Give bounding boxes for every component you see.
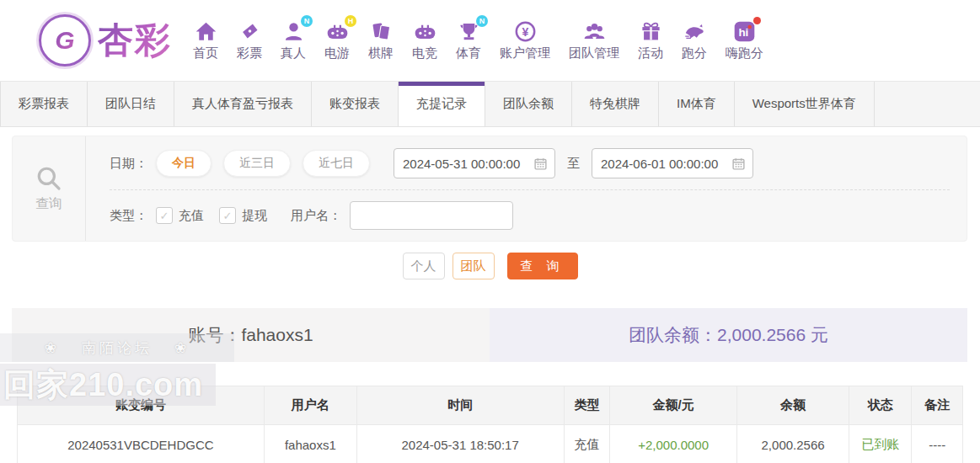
filter-row-divider (110, 189, 950, 190)
tab-0[interactable]: 彩票报表 (0, 82, 88, 126)
type-label: 类型： (110, 208, 147, 224)
brand-logo-icon: G (39, 14, 91, 67)
tab-3[interactable]: 账变报表 (312, 82, 399, 126)
nav-item-home[interactable]: 首页 (184, 16, 228, 65)
checkbox-label: 提现 (242, 208, 267, 224)
nav-item-person[interactable]: N 真人 (271, 16, 315, 65)
date-filter-row: 日期： 今日近三日近七日 2024-05-31 00:00:00 至 2024-… (110, 146, 950, 180)
tab-1[interactable]: 团队日结 (88, 82, 174, 126)
nav-item-people[interactable]: 团队管理 (560, 16, 629, 65)
nav-item-label: 棋牌 (368, 45, 394, 61)
nav-item-gamepad[interactable]: 电竞 (403, 16, 447, 65)
nav-item-hi[interactable]: 嗨跑分 (716, 16, 773, 65)
person-icon: N (281, 19, 306, 43)
type-checkbox-0[interactable]: ✓ 充值 (156, 207, 204, 224)
page: G 杏彩 首页 彩票 N 真人 H 电游 棋牌 电竞 N 体育 账户管理 团队管… (0, 0, 980, 463)
type-checkbox-1[interactable]: ✓ 提现 (219, 207, 267, 224)
date-to-input[interactable]: 2024-06-01 00:00:00 (592, 148, 753, 178)
checkbox-icon: ✓ (219, 207, 236, 224)
table-cell: 充值 (564, 425, 610, 463)
nav-item-cards[interactable]: 棋牌 (359, 16, 403, 65)
filter-panel: 查询 日期： 今日近三日近七日 2024-05-31 00:00:00 至 20… (12, 136, 967, 242)
main-nav: 首页 彩票 N 真人 H 电游 棋牌 电竞 N 体育 账户管理 团队管理 活动 … (184, 16, 773, 65)
brand-logo[interactable]: G 杏彩 (39, 14, 172, 67)
nav-item-label: 团队管理 (569, 45, 619, 61)
nav-item-gift[interactable]: 活动 (629, 16, 672, 65)
search-icon (35, 165, 62, 192)
coin-icon (512, 19, 538, 43)
nav-item-label: 嗨跑分 (726, 45, 763, 61)
username-input[interactable] (350, 201, 513, 230)
table-cell: ---- (912, 425, 963, 463)
nav-item-trophy[interactable]: N 体育 (447, 16, 490, 65)
column-header: 类型 (564, 386, 610, 425)
column-header: 余额 (736, 386, 849, 425)
table-header-row: 账变编号用户名时间类型金额/元余额状态备注 (18, 386, 963, 425)
tab-2[interactable]: 真人体育盈亏报表 (174, 82, 312, 126)
type-options: ✓ 充值✓ 提现 (156, 207, 282, 224)
summary-strip: 账号：fahaoxs1 团队余额：2,000.2566 元 (12, 308, 967, 362)
search-panel-label: 查询 (35, 195, 62, 213)
nav-item-coin[interactable]: 账户管理 (490, 16, 560, 65)
badge-N: N (476, 15, 488, 27)
username-label: 用户名： (291, 208, 341, 224)
nav-item-label: 真人 (281, 45, 306, 61)
date-from-value: 2024-05-31 00:00:00 (403, 157, 520, 171)
team-balance-summary: 团队余额：2,000.2566 元 (490, 308, 967, 362)
tab-5[interactable]: 团队余额 (485, 82, 572, 126)
nav-item-gamepad[interactable]: H 电游 (315, 16, 359, 65)
records-table: 账变编号用户名时间类型金额/元余额状态备注 20240531VBCDEHDGCC… (17, 386, 963, 463)
table-cell: 已到账 (849, 425, 912, 463)
gift-icon (638, 19, 663, 43)
checkbox-label: 充值 (179, 208, 204, 224)
gamepad-icon: H (324, 19, 350, 43)
trophy-icon: N (456, 19, 481, 43)
nav-item-runner[interactable]: 跑分 (672, 16, 716, 65)
badge-H: H (345, 15, 356, 27)
table-cell: fahaoxs1 (264, 425, 356, 463)
table-cell: 2024-05-31 18:50:17 (356, 425, 564, 463)
column-header: 备注 (912, 386, 963, 425)
badge-N: N (301, 15, 313, 27)
query-button[interactable]: 查 询 (507, 253, 578, 279)
table-cell: 2,000.2566 (736, 425, 849, 463)
account-value: fahaoxs1 (241, 325, 313, 345)
tab-7[interactable]: IM体育 (659, 82, 735, 126)
nav-item-label: 首页 (193, 45, 218, 61)
tab-8[interactable]: Wesports世界体育 (735, 82, 875, 126)
nav-item-label: 活动 (638, 45, 663, 61)
gamepad-icon (412, 19, 437, 43)
team-button[interactable]: 团队 (453, 253, 495, 279)
nav-item-label: 体育 (456, 45, 481, 61)
people-icon (581, 19, 607, 43)
team-balance-value: 2,000.2566 元 (717, 323, 828, 347)
red-dot-badge (753, 17, 761, 24)
nav-item-label: 账户管理 (500, 45, 550, 61)
tab-6[interactable]: 特兔棋牌 (572, 82, 659, 126)
calendar-icon (533, 157, 548, 171)
account-summary: 账号：fahaoxs1 (12, 308, 490, 362)
search-panel-header[interactable]: 查询 (13, 136, 86, 241)
runner-icon (682, 19, 707, 43)
table-row: 20240531VBCDEHDGCCfahaoxs12024-05-31 18:… (18, 425, 963, 463)
tab-4-active[interactable]: 充提记录 (399, 82, 485, 126)
date-from-input[interactable]: 2024-05-31 00:00:00 (394, 148, 555, 178)
calendar-icon (731, 157, 746, 171)
date-preset-1[interactable]: 近三日 (223, 150, 291, 177)
personal-button[interactable]: 个人 (403, 253, 445, 279)
account-label: 账号： (188, 323, 241, 347)
records-table-wrap: 账变编号用户名时间类型金额/元余额状态备注 20240531VBCDEHDGCC… (17, 386, 963, 463)
date-presets: 今日近三日近七日 (156, 150, 382, 177)
team-balance-label: 团队余额： (629, 323, 717, 347)
nav-item-label: 跑分 (682, 45, 707, 61)
column-header: 用户名 (264, 386, 356, 425)
type-filter-row: 类型： ✓ 充值✓ 提现 用户名： (110, 199, 950, 232)
top-nav: G 杏彩 首页 彩票 N 真人 H 电游 棋牌 电竞 N 体育 账户管理 团队管… (0, 0, 980, 81)
ticket-icon (237, 19, 262, 43)
date-label: 日期： (110, 156, 147, 172)
date-preset-2[interactable]: 近七日 (303, 150, 370, 177)
nav-item-ticket[interactable]: 彩票 (228, 16, 271, 65)
date-range-to-label: 至 (567, 156, 580, 172)
nav-item-label: 彩票 (237, 45, 262, 61)
date-preset-0[interactable]: 今日 (156, 150, 212, 177)
